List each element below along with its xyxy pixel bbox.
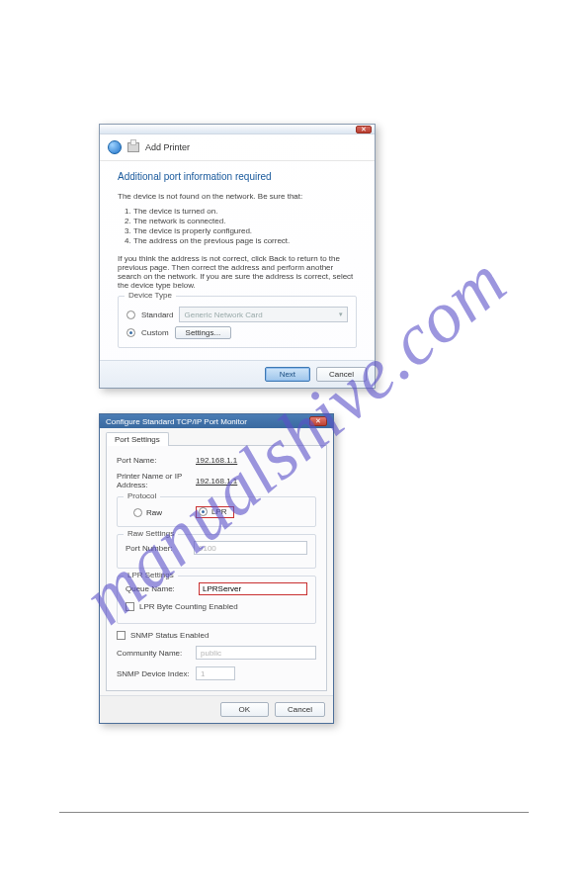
port-number-label: Port Number: (126, 544, 194, 553)
snmp-status-checkbox[interactable] (117, 631, 126, 640)
checklist: The device is turned on. The network is … (133, 207, 357, 246)
intro-text: The device is not found on the network. … (118, 192, 357, 201)
list-item: The address on the previous page is corr… (133, 236, 357, 246)
dialog-header: Add Printer (100, 134, 375, 161)
tab-panel: Port Name: 192.168.1.1 Printer Name or I… (106, 445, 327, 691)
radio-lpr[interactable] (199, 507, 208, 516)
back-globe-icon[interactable] (108, 140, 122, 154)
port-name-label: Port Name: (117, 456, 196, 465)
queue-name-label: Queue Name: (126, 584, 199, 593)
lpr-highlight: LPR (196, 506, 234, 518)
standard-network-card-select: Generic Network Card ▾ (179, 307, 348, 322)
device-type-legend: Device Type (125, 291, 176, 300)
lpr-settings-group: LPR Settings Queue Name: LPR Byte Counti… (117, 576, 316, 624)
snmp-status-label: SNMP Status Enabled (130, 631, 209, 640)
select-value: Generic Network Card (184, 310, 262, 319)
chevron-down-icon: ▾ (339, 310, 343, 318)
list-item: The network is connected. (133, 217, 357, 226)
dialog-footer: Next Cancel (100, 360, 375, 388)
community-name-label: Community Name: (117, 649, 196, 658)
next-button[interactable]: Next (265, 367, 310, 382)
printer-address-label: Printer Name or IP Address: (117, 472, 196, 489)
queue-name-input[interactable] (199, 582, 307, 595)
settings-button[interactable]: Settings... (175, 326, 232, 339)
dialog-body: Port Settings Port Name: 192.168.1.1 Pri… (100, 428, 333, 695)
dialog-footer: OK Cancel (100, 695, 333, 723)
close-icon[interactable]: ✕ (356, 126, 372, 133)
breadcrumb: Add Printer (145, 142, 190, 152)
tcpip-port-monitor-dialog: Configure Standard TCP/IP Port Monitor ✕… (99, 413, 334, 724)
radio-standard-label: Standard (141, 310, 173, 319)
port-name-value: 192.168.1.1 (196, 456, 316, 465)
list-item: The device is properly configured. (133, 226, 357, 236)
titlebar: Configure Standard TCP/IP Port Monitor ✕ (100, 414, 333, 428)
close-icon[interactable]: ✕ (309, 416, 327, 426)
tabstrip: Port Settings (106, 432, 327, 446)
dialog-body: Additional port information required The… (100, 161, 375, 360)
window-title: Configure Standard TCP/IP Port Monitor (106, 417, 247, 426)
device-type-group: Device Type Standard Generic Network Car… (118, 296, 357, 348)
cancel-button[interactable]: Cancel (316, 367, 367, 382)
radio-raw[interactable] (133, 508, 142, 517)
raw-settings-group: Raw Settings Port Number: (117, 534, 316, 569)
raw-settings-legend: Raw Settings (124, 529, 178, 538)
radio-lpr-label: LPR (211, 507, 227, 516)
lpr-byte-counting-checkbox[interactable] (126, 602, 134, 611)
tab-port-settings[interactable]: Port Settings (106, 432, 169, 446)
community-name-input (196, 646, 316, 660)
radio-standard[interactable] (126, 310, 135, 319)
port-number-input (194, 541, 307, 555)
radio-custom[interactable] (126, 328, 135, 337)
add-printer-dialog: ✕ Add Printer Additional port informatio… (99, 124, 376, 389)
lpr-settings-legend: LPR Settings (124, 571, 178, 579)
snmp-device-index-label: SNMP Device Index: (117, 669, 196, 678)
page-divider (59, 812, 529, 813)
radio-raw-label: Raw (146, 508, 162, 517)
radio-custom-label: Custom (141, 328, 169, 337)
page-title: Additional port information required (118, 171, 357, 182)
note-text: If you think the address is not correct,… (118, 254, 357, 290)
titlebar: ✕ (100, 125, 375, 134)
printer-icon (127, 142, 139, 152)
printer-address-value: 192.168.1.1 (196, 477, 316, 486)
ok-button[interactable]: OK (220, 702, 270, 717)
cancel-button[interactable]: Cancel (275, 702, 325, 717)
snmp-device-index-input (196, 666, 235, 680)
protocol-group: Protocol Raw LPR (117, 496, 316, 527)
protocol-legend: Protocol (124, 491, 160, 500)
list-item: The device is turned on. (133, 207, 357, 217)
lpr-byte-counting-label: LPR Byte Counting Enabled (139, 602, 238, 611)
